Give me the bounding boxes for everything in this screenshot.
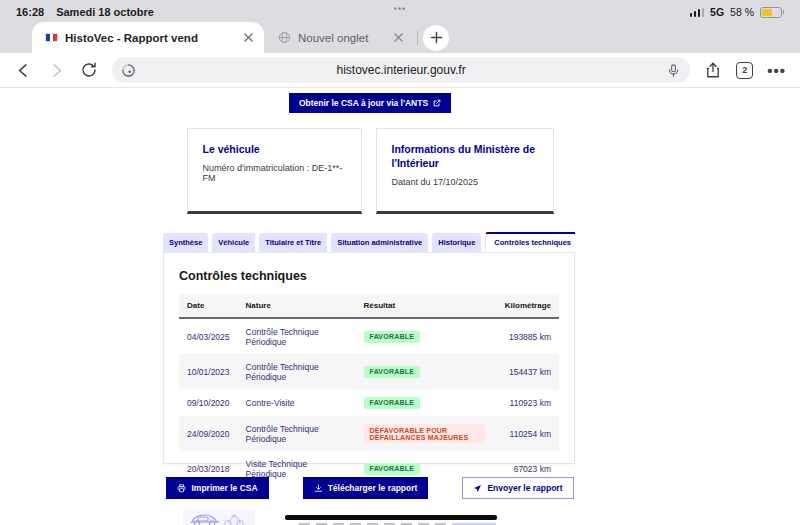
report-tabs: Synthèse Véhicule Titulaire et Titre Sit… bbox=[163, 231, 575, 252]
plus-icon bbox=[430, 31, 443, 44]
vehicle-card-title: Le véhicule bbox=[203, 142, 346, 156]
report-section: Synthèse Véhicule Titulaire et Titre Sit… bbox=[163, 231, 575, 464]
status-badge: FAVORABLE bbox=[364, 397, 420, 409]
controles-table: Date Nature Résultat Kilométrage 04/03/2… bbox=[179, 294, 559, 486]
reload-button[interactable] bbox=[80, 61, 98, 79]
vehicle-card: Le véhicule Numéro d'immatriculation : D… bbox=[187, 128, 362, 214]
send-report-label: Envoyer le rapport bbox=[487, 483, 562, 493]
print-csa-button[interactable]: Imprimer le CSA bbox=[166, 477, 268, 499]
signal-strength-icon bbox=[690, 8, 705, 17]
browser-chrome-top: 16:28 Samedi 18 octobre ••• 5G 58 % Hist… bbox=[0, 0, 800, 53]
close-tab-icon[interactable] bbox=[393, 32, 404, 43]
clock: 16:28 bbox=[16, 6, 44, 18]
ministry-card: Informations du Ministère de l'Intérieur… bbox=[376, 128, 554, 214]
table-row: 04/03/2025 Contrôle Technique Périodique… bbox=[179, 318, 559, 354]
table-header-row: Date Nature Résultat Kilométrage bbox=[179, 294, 559, 318]
header-resultat: Résultat bbox=[356, 294, 493, 318]
send-icon bbox=[473, 484, 482, 493]
report-actions: Imprimer le CSA Télécharger le rapport E… bbox=[0, 477, 740, 499]
overflow-menu-icon[interactable]: ••• bbox=[767, 62, 786, 79]
status-bar: 16:28 Samedi 18 octobre ••• 5G 58 % bbox=[0, 0, 800, 22]
download-report-label: Télécharger le rapport bbox=[328, 483, 418, 493]
cell-date: 10/01/2023 bbox=[179, 354, 238, 389]
ants-csa-label: Obtenir le CSA à jour via l'ANTS bbox=[299, 98, 428, 108]
cell-date: 24/09/2020 bbox=[179, 416, 238, 451]
browser-tab-strip: HistoVec - Rapport vend Nouvel onglet bbox=[0, 22, 800, 53]
tab-situation-administrative[interactable]: Situation administrative bbox=[331, 233, 428, 252]
footer-black-bar bbox=[285, 515, 497, 520]
tab-titulaire-et-titre[interactable]: Titulaire et Titre bbox=[259, 233, 327, 252]
reload-icon bbox=[80, 61, 98, 79]
close-tab-icon[interactable] bbox=[243, 32, 254, 43]
summary-cards: Le véhicule Numéro d'immatriculation : D… bbox=[0, 128, 740, 214]
section-title: Contrôles techniques bbox=[179, 269, 559, 283]
cell-resultat: FAVORABLE bbox=[356, 318, 493, 354]
battery-icon bbox=[760, 7, 782, 18]
cell-resultat: DÉFAVORABLE POUR DÉFAILLANCES MAJEURES bbox=[356, 416, 493, 451]
tab-synthese[interactable]: Synthèse bbox=[163, 233, 208, 252]
tab-vehicule[interactable]: Véhicule bbox=[212, 233, 255, 252]
back-icon bbox=[14, 61, 33, 80]
printer-icon bbox=[177, 484, 186, 493]
table-row: 09/10/2020 Contre-Visite FAVORABLE 11092… bbox=[179, 389, 559, 416]
ministry-card-body: Datant du 17/10/2025 bbox=[392, 177, 538, 187]
vehicles-illustration bbox=[183, 510, 255, 525]
forward-icon bbox=[47, 61, 66, 80]
cell-nature: Contrôle Technique Périodique bbox=[238, 416, 356, 451]
table-row: 24/09/2020 Contrôle Technique Périodique… bbox=[179, 416, 559, 451]
tab-switcher-button[interactable]: 2 bbox=[736, 62, 753, 79]
cell-nature: Contrôle Technique Périodique bbox=[238, 354, 356, 389]
cell-date: 09/10/2020 bbox=[179, 389, 238, 416]
share-icon bbox=[704, 61, 722, 79]
send-report-button[interactable]: Envoyer le rapport bbox=[462, 477, 573, 499]
controles-panel: Contrôles techniques Date Nature Résulta… bbox=[163, 252, 575, 464]
cell-km: 110254 km bbox=[493, 416, 559, 451]
back-button[interactable] bbox=[14, 61, 33, 80]
multitask-dots-icon[interactable]: ••• bbox=[394, 4, 406, 14]
status-badge: DÉFAVORABLE POUR DÉFAILLANCES MAJEURES bbox=[364, 424, 485, 443]
ministry-card-title: Informations du Ministère de l'Intérieur bbox=[392, 142, 538, 170]
new-tab-button[interactable] bbox=[423, 25, 449, 51]
header-date: Date bbox=[179, 294, 238, 318]
browser-tab-histovec[interactable]: HistoVec - Rapport vend bbox=[32, 22, 264, 53]
status-badge: FAVORABLE bbox=[364, 463, 420, 475]
cell-resultat: FAVORABLE bbox=[356, 354, 493, 389]
table-row: 10/01/2023 Contrôle Technique Périodique… bbox=[179, 354, 559, 389]
globe-icon bbox=[278, 31, 291, 44]
page-content: Obtenir le CSA à jour via l'ANTS Le véhi… bbox=[0, 93, 800, 525]
tab-title: HistoVec - Rapport vend bbox=[65, 32, 236, 44]
url-text[interactable]: histovec.interieur.gouv.fr bbox=[136, 63, 666, 77]
microphone-icon[interactable] bbox=[666, 63, 681, 78]
tab-title: Nouvel onglet bbox=[298, 32, 386, 44]
share-button[interactable] bbox=[704, 61, 722, 79]
download-icon bbox=[314, 484, 323, 493]
footer-fragment bbox=[0, 508, 800, 525]
battery-percent: 58 % bbox=[730, 6, 754, 18]
external-link-icon bbox=[433, 99, 441, 107]
cell-nature: Contre-Visite bbox=[238, 389, 356, 416]
network-type: 5G bbox=[710, 6, 724, 18]
status-badge: FAVORABLE bbox=[364, 331, 420, 343]
header-kilometrage: Kilométrage bbox=[493, 294, 559, 318]
print-csa-label: Imprimer le CSA bbox=[191, 483, 257, 493]
url-bar[interactable]: histovec.interieur.gouv.fr bbox=[112, 57, 690, 83]
cell-resultat: FAVORABLE bbox=[356, 389, 493, 416]
cell-date: 04/03/2025 bbox=[179, 318, 238, 354]
download-report-button[interactable]: Télécharger le rapport bbox=[303, 477, 429, 499]
ants-csa-button[interactable]: Obtenir le CSA à jour via l'ANTS bbox=[289, 93, 451, 113]
header-nature: Nature bbox=[238, 294, 356, 318]
status-date: Samedi 18 octobre bbox=[56, 6, 154, 18]
forward-button[interactable] bbox=[47, 61, 66, 80]
browser-tab-new[interactable]: Nouvel onglet bbox=[264, 22, 412, 53]
tab-controles-techniques[interactable]: Contrôles techniques bbox=[485, 232, 575, 252]
cell-km: 110923 km bbox=[493, 389, 559, 416]
vehicle-card-body: Numéro d'immatriculation : DE-1**-FM bbox=[203, 163, 346, 183]
cell-km: 193885 km bbox=[493, 318, 559, 354]
browser-toolbar: histovec.interieur.gouv.fr 2 ••• bbox=[0, 53, 800, 88]
tab-historique[interactable]: Historique bbox=[432, 233, 481, 252]
status-badge: FAVORABLE bbox=[364, 366, 420, 378]
cell-km: 154437 km bbox=[493, 354, 559, 389]
lens-icon[interactable] bbox=[121, 63, 136, 78]
cell-nature: Contrôle Technique Périodique bbox=[238, 318, 356, 354]
tab-separator bbox=[417, 31, 418, 45]
